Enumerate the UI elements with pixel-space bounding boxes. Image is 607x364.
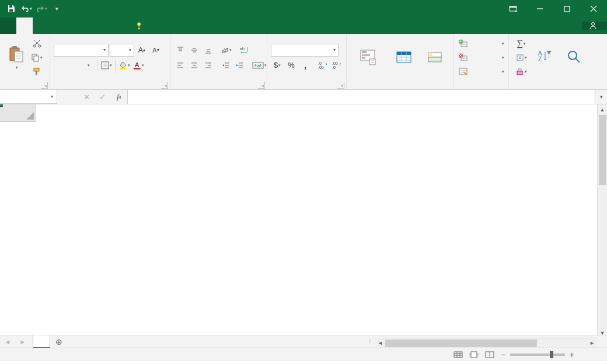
- undo-button[interactable]: ▾: [20, 2, 33, 15]
- tab-file[interactable]: [0, 18, 16, 34]
- tab-scroll-right[interactable]: ►: [15, 335, 30, 348]
- find-select-button[interactable]: [560, 37, 588, 79]
- clipboard-dialog-launcher[interactable]: [41, 82, 48, 89]
- scroll-right-button[interactable]: ►: [587, 338, 597, 348]
- zoom-out-button[interactable]: −: [501, 350, 505, 359]
- svg-rect-18: [34, 68, 39, 71]
- insert-function-button[interactable]: fx: [111, 90, 127, 104]
- sheet-tab[interactable]: [33, 335, 50, 348]
- maximize-button[interactable]: [553, 0, 580, 18]
- paste-button[interactable]: ▾: [4, 37, 29, 79]
- accounting-format-button[interactable]: $▾: [271, 59, 284, 72]
- insert-cells-button[interactable]: ▾: [458, 37, 504, 50]
- comma-style-button[interactable]: ,: [299, 59, 312, 72]
- page-layout-view-button[interactable]: [466, 349, 482, 360]
- formula-bar-expand[interactable]: ▾: [595, 90, 607, 104]
- font-dialog-launcher[interactable]: [161, 82, 168, 89]
- save-button[interactable]: [5, 2, 18, 15]
- autosum-button[interactable]: ∑▾: [512, 37, 530, 50]
- h-scroll-thumb[interactable]: [385, 340, 537, 347]
- scroll-left-button[interactable]: ◄: [375, 338, 385, 348]
- fill-color-button[interactable]: ▾: [118, 59, 131, 72]
- splitter-grip[interactable]: ⋮: [367, 338, 374, 345]
- decrease-indent-button[interactable]: [219, 59, 232, 72]
- svg-rect-10: [15, 51, 23, 62]
- page-break-view-button[interactable]: [482, 349, 497, 360]
- name-box[interactable]: ▾: [0, 90, 57, 104]
- share-button[interactable]: [582, 22, 607, 30]
- align-right-button[interactable]: [202, 59, 215, 72]
- italic-button[interactable]: [68, 59, 81, 72]
- minimize-button[interactable]: [526, 0, 553, 18]
- sort-filter-button[interactable]: AZ: [531, 37, 559, 79]
- formula-bar[interactable]: [128, 90, 595, 104]
- increase-decimal-button[interactable]: .0.00: [316, 59, 329, 72]
- tab-insert[interactable]: [33, 18, 49, 34]
- align-top-button[interactable]: [174, 44, 187, 57]
- align-center-button[interactable]: [188, 59, 201, 72]
- scroll-up-button[interactable]: ▲: [598, 104, 607, 114]
- redo-button[interactable]: ▾: [35, 2, 48, 15]
- svg-rect-90: [517, 71, 522, 75]
- horizontal-scrollbar[interactable]: ◄ ►: [375, 338, 597, 348]
- number-format-combo[interactable]: ▾: [271, 44, 339, 57]
- format-cells-button[interactable]: ▾: [458, 65, 504, 78]
- svg-rect-66: [397, 52, 411, 55]
- enter-formula-button[interactable]: ✓: [95, 90, 111, 104]
- copy-button[interactable]: ▾: [30, 51, 43, 64]
- normal-view-button[interactable]: [451, 349, 466, 360]
- format-painter-button[interactable]: [30, 65, 43, 78]
- wrap-text-button[interactable]: ab: [237, 44, 253, 57]
- font-name-combo[interactable]: ▾: [54, 44, 109, 57]
- vertical-scrollbar[interactable]: ▲ ▼: [597, 104, 607, 338]
- orientation-button[interactable]: ab▾: [219, 44, 232, 57]
- svg-rect-62: [369, 59, 375, 65]
- format-as-table-button[interactable]: [388, 37, 420, 79]
- ribbon-options-button[interactable]: [500, 0, 526, 18]
- decrease-font-button[interactable]: A▾: [149, 44, 162, 57]
- increase-font-button[interactable]: A▴: [135, 44, 148, 57]
- close-button[interactable]: [580, 0, 607, 18]
- conditional-formatting-button[interactable]: [349, 37, 386, 79]
- align-middle-button[interactable]: [188, 44, 201, 57]
- align-left-button[interactable]: [174, 59, 187, 72]
- svg-point-7: [592, 23, 595, 26]
- percent-style-button[interactable]: %: [285, 59, 298, 72]
- increase-indent-button[interactable]: [233, 59, 246, 72]
- number-dialog-launcher[interactable]: [337, 82, 344, 89]
- tab-view[interactable]: [114, 18, 131, 34]
- zoom-slider[interactable]: [510, 354, 565, 356]
- font-size-combo[interactable]: ▾: [110, 44, 134, 57]
- alignment-dialog-launcher[interactable]: [258, 82, 265, 89]
- v-scroll-thumb[interactable]: [599, 115, 606, 185]
- fill-button[interactable]: ▾: [512, 51, 530, 64]
- delete-cells-button[interactable]: ▾: [458, 51, 504, 64]
- tab-scroll-left[interactable]: ◄: [0, 335, 15, 348]
- clear-button[interactable]: ▾: [512, 65, 530, 78]
- cancel-formula-button[interactable]: ✕: [78, 90, 95, 104]
- borders-button[interactable]: ▾: [100, 59, 113, 72]
- new-sheet-button[interactable]: ⊕: [51, 335, 67, 348]
- align-bottom-button[interactable]: [202, 44, 215, 57]
- tab-review[interactable]: [98, 18, 114, 34]
- tab-page-layout[interactable]: [49, 18, 65, 34]
- underline-button[interactable]: ▾: [82, 59, 95, 72]
- svg-text:Z: Z: [538, 56, 542, 62]
- zoom-thumb[interactable]: [550, 351, 553, 358]
- tab-formulas[interactable]: [65, 18, 82, 34]
- svg-text:.0: .0: [318, 61, 322, 65]
- cut-button[interactable]: [30, 37, 43, 50]
- tell-me-search[interactable]: [135, 18, 147, 34]
- qat-customize[interactable]: ▾: [50, 2, 63, 15]
- decrease-decimal-button[interactable]: .00.0: [330, 59, 343, 72]
- cell-styles-button[interactable]: [421, 37, 448, 79]
- select-all-button[interactable]: [0, 104, 36, 122]
- merge-center-button[interactable]: a▾: [251, 59, 267, 72]
- tab-home[interactable]: [16, 18, 33, 34]
- font-color-button[interactable]: A▾: [132, 59, 145, 72]
- zoom-in-button[interactable]: +: [570, 350, 574, 359]
- bold-button[interactable]: [54, 59, 67, 72]
- svg-rect-19: [36, 71, 37, 75]
- svg-rect-73: [428, 52, 432, 57]
- tab-data[interactable]: [82, 18, 98, 34]
